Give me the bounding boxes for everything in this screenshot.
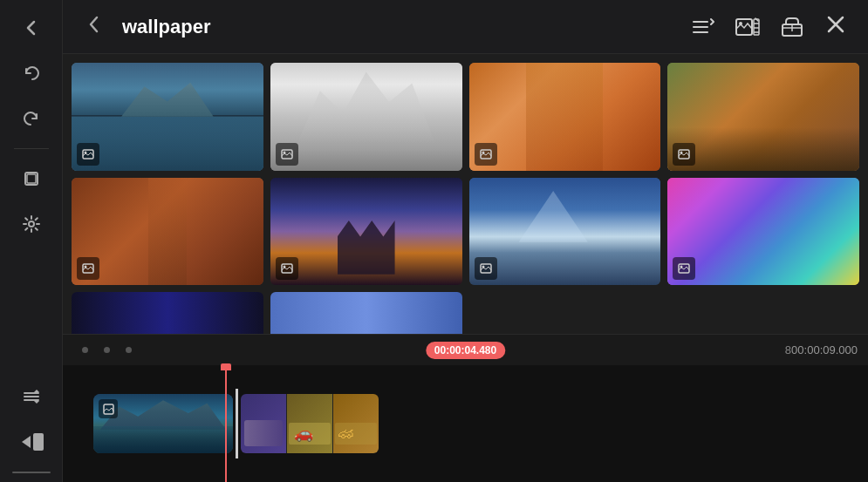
header-back-button[interactable] [77,10,112,44]
align-button[interactable] [12,377,51,416]
clip-frame-1 [241,394,286,453]
sidebar-back-button[interactable] [12,9,51,47]
gallery-item[interactable] [72,292,263,334]
svg-rect-8 [33,433,44,451]
svg-point-30 [680,151,683,153]
timeline-clip-2[interactable]: 🚗 🏎 [241,394,379,453]
timeline-area: 00:00:04.480 8 00:00:09.000 [63,334,868,482]
svg-point-2 [29,221,34,227]
svg-point-24 [85,151,87,153]
redo-button[interactable] [12,99,51,138]
svg-marker-9 [22,436,31,448]
header-title: wallpaper [122,16,674,38]
svg-point-36 [482,266,484,268]
resize-handle [12,472,51,473]
export-button[interactable] [12,423,51,461]
sidebar-divider [14,148,49,149]
gallery-row-3 [72,292,859,334]
sort-button[interactable] [685,12,721,42]
timeline-tracks: 🚗 🏎 [63,365,868,482]
timeline-dots [73,347,759,353]
gallery-row-2 [72,178,859,286]
svg-point-14 [739,22,742,25]
gallery-item-icon [475,143,497,166]
sidebar [0,0,63,482]
gallery-item-icon [673,257,695,280]
gallery-item-icon [475,257,497,280]
svg-marker-7 [34,401,39,404]
close-button[interactable] [817,10,854,44]
gallery-item[interactable] [270,178,462,286]
clip-frame-2: 🚗 [287,394,332,453]
timeline-clip-1[interactable] [93,394,233,453]
gallery-item[interactable] [469,178,661,286]
gallery-item[interactable] [72,63,263,171]
svg-point-28 [482,151,484,153]
sidebar-bottom [12,377,51,473]
gallery-row-1 [72,63,859,171]
gallery-item-icon [77,143,99,166]
header: wallpaper [63,0,868,54]
gallery-item[interactable] [667,178,859,286]
current-time-badge: 00:00:04.480 [426,342,505,359]
crop-button[interactable] [12,160,51,198]
gallery-empty [469,292,661,334]
timeline-marker: 8 [785,343,791,356]
svg-point-38 [680,266,683,268]
timeline-dot [126,347,132,353]
header-tools [685,10,854,44]
gallery-item-icon [77,257,99,280]
gallery-item-icon [276,143,298,166]
timeline-dot [82,347,88,353]
timeline-dot [104,347,110,353]
store-button[interactable] [774,11,810,43]
cut-marker [236,389,238,458]
svg-point-34 [283,266,285,268]
undo-button[interactable] [12,54,51,92]
playhead [225,365,227,482]
end-time: 00:00:09.000 [791,343,858,356]
gallery-item[interactable] [469,63,661,171]
clip-icon [99,399,118,418]
image-select-button[interactable] [728,11,767,43]
gallery-item[interactable] [270,63,462,171]
main-panel: wallpaper [63,0,868,482]
timeline-top-bar: 00:00:04.480 8 00:00:09.000 [63,334,868,365]
gallery-item-icon [673,143,695,166]
gallery-item-icon [276,257,298,280]
gallery-empty [667,292,859,334]
gallery-area [63,54,868,334]
gallery-item[interactable] [270,292,462,334]
svg-point-26 [283,151,285,153]
svg-point-32 [85,266,87,268]
gallery-item[interactable] [667,63,859,171]
gallery-item[interactable] [72,178,263,286]
playhead-head [221,363,231,370]
svg-rect-1 [27,174,36,183]
clip-frame-3: 🏎 [333,394,379,453]
svg-marker-6 [34,390,39,392]
settings-button[interactable] [12,205,51,243]
